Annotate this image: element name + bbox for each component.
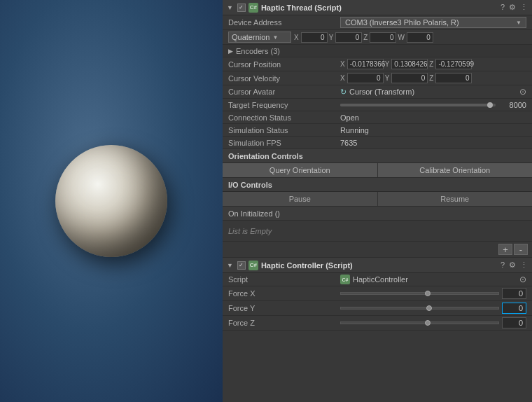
device-address-arrow: ▼ (516, 20, 522, 26)
orientation-buttons-row: Query Orientation Calibrate Orientation (223, 163, 532, 178)
cursor-avatar-value: ↻ Cursor (Transform) ⊙ (340, 87, 526, 97)
haptic-controller-more-icon[interactable]: ⋮ (520, 261, 528, 270)
cp-z-label: Z (429, 60, 433, 68)
haptic-controller-settings-icon[interactable]: ⚙ (509, 261, 516, 270)
quaternion-xyzw: X 0 Y 0 Z 0 W 0 (294, 32, 526, 43)
haptic-thread-icon: C# (248, 3, 258, 13)
cp-y-label: Y (385, 60, 390, 68)
script-label: Script (228, 275, 340, 284)
haptic-controller-checkbox[interactable]: ✓ (237, 261, 246, 270)
device-address-row: Device Address COM3 (Inverse3 Philo Pola… (223, 15, 532, 30)
io-controls-title: I/O Controls (228, 181, 272, 189)
encoders-label: Encoders (3) (236, 47, 280, 55)
force-y-row: Force Y 0 (223, 301, 532, 316)
query-orientation-button[interactable]: Query Orientation (223, 163, 378, 177)
script-target-icon[interactable]: ⊙ (519, 275, 526, 284)
haptic-thread-help-icon[interactable]: ? (500, 3, 505, 12)
io-controls-header: I/O Controls (223, 178, 532, 192)
cursor-velocity-xyz: X 0 Y 0 Z 0 (340, 73, 526, 83)
collapse-arrow-haptic-controller[interactable]: ▼ (227, 262, 233, 269)
q-y-field[interactable]: 0 (335, 32, 362, 43)
haptic-thread-header: ▼ ✓ C# Haptic Thread (Script) ? ⚙ ⋮ (223, 0, 532, 15)
force-x-thumb[interactable] (425, 291, 430, 296)
resume-button[interactable]: Resume (378, 192, 533, 206)
cursor-avatar-icon: ↻ (340, 88, 346, 97)
quaternion-dropdown[interactable]: Quaternion ▼ (228, 32, 291, 43)
simulation-status-value: Running (340, 126, 526, 134)
haptic-thread-header-icons: ? ⚙ ⋮ (500, 3, 528, 12)
cv-y-field[interactable]: 0 (391, 73, 428, 83)
simulation-status-label: Simulation Status (228, 126, 340, 134)
force-y-label: Force Y (228, 304, 340, 312)
connection-status-value: Open (340, 113, 526, 122)
haptic-controller-help-icon[interactable]: ? (500, 261, 505, 270)
cp-y-field[interactable]: 0.1308426 (391, 59, 428, 69)
add-event-button[interactable]: + (498, 244, 512, 255)
force-x-row: Force X 0 (223, 286, 532, 301)
device-address-dropdown[interactable]: COM3 (Inverse3 Philo Polaris, R) ▼ (340, 17, 526, 28)
3d-sphere (55, 145, 167, 257)
cursor-position-label: Cursor Position (228, 60, 340, 69)
q-x-label: X (294, 34, 299, 41)
haptic-controller-header-icons: ? ⚙ ⋮ (500, 261, 528, 270)
force-z-track[interactable] (340, 321, 499, 324)
cv-y-label: Y (385, 74, 390, 82)
haptic-controller-icon: C# (248, 261, 258, 270)
q-z-label: Z (363, 34, 368, 41)
force-z-thumb[interactable] (425, 320, 430, 326)
cv-x-field[interactable]: 0 (347, 73, 384, 83)
3d-viewport[interactable] (0, 0, 223, 402)
cv-x-label: X (340, 74, 345, 82)
force-z-row: Force Z 0 (223, 316, 532, 331)
force-x-track[interactable] (340, 292, 499, 295)
force-y-track[interactable] (340, 307, 499, 310)
list-empty-text: List is Empty (228, 227, 272, 235)
freq-thumb[interactable] (487, 102, 493, 108)
force-y-thumb[interactable] (426, 305, 432, 311)
force-z-label: Force Z (228, 319, 340, 327)
encoders-row[interactable]: ▶ Encoders (3) (223, 45, 532, 57)
force-x-value[interactable]: 0 (502, 288, 526, 299)
force-x-slider[interactable]: 0 (340, 288, 526, 299)
pause-button[interactable]: Pause (223, 192, 378, 206)
freq-track[interactable] (340, 104, 496, 106)
q-x-field[interactable]: 0 (301, 32, 328, 43)
target-frequency-value: 8000 (498, 101, 526, 109)
haptic-controller-title: Haptic Controller (Script) (261, 261, 498, 270)
script-row: Script C# HapticController ⊙ (223, 273, 532, 286)
cv-z-field[interactable]: 0 (435, 73, 472, 83)
force-y-value[interactable]: 0 (502, 303, 526, 314)
cursor-velocity-row: Cursor Velocity X 0 Y 0 Z 0 (223, 71, 532, 85)
q-w-field[interactable]: 0 (407, 32, 433, 43)
simulation-fps-label: Simulation FPS (228, 139, 340, 147)
haptic-thread-title: Haptic Thread (Script) (261, 4, 498, 12)
haptic-thread-settings-icon[interactable]: ⚙ (509, 3, 516, 12)
freq-fill (340, 104, 493, 106)
io-buttons-row: Pause Resume (223, 192, 532, 207)
haptic-controller-header: ▼ ✓ C# Haptic Controller (Script) ? ⚙ ⋮ (223, 258, 532, 273)
cp-x-field[interactable]: -0.0178366 (347, 59, 384, 69)
remove-event-button[interactable]: - (514, 244, 528, 255)
cp-z-field[interactable]: -0.1270599 (435, 59, 472, 69)
script-value: C# HapticController ⊙ (340, 275, 526, 284)
quaternion-arrow: ▼ (272, 34, 278, 41)
simulation-fps-value: 7635 (340, 139, 526, 147)
force-y-slider[interactable]: 0 (340, 303, 526, 314)
target-frequency-slider[interactable]: 8000 (340, 101, 526, 109)
target-frequency-label: Target Frequency (228, 101, 340, 109)
force-z-value[interactable]: 0 (502, 317, 526, 328)
device-address-value: COM3 (Inverse3 Philo Polaris, R) (345, 18, 459, 27)
orientation-controls-header: Orientation Controls (223, 149, 532, 163)
force-x-label: Force X (228, 289, 340, 298)
haptic-thread-more-icon[interactable]: ⋮ (520, 3, 528, 12)
force-z-slider[interactable]: 0 (340, 317, 526, 328)
calibrate-orientation-button[interactable]: Calibrate Orientation (378, 163, 533, 177)
q-z-field[interactable]: 0 (370, 32, 396, 43)
cursor-avatar-text: Cursor (Transform) (349, 88, 414, 96)
collapse-arrow-haptic-thread[interactable]: ▼ (227, 4, 233, 11)
cursor-avatar-select-icon[interactable]: ⊙ (519, 87, 526, 97)
q-y-label: Y (329, 34, 334, 41)
encoders-arrow: ▶ (228, 48, 233, 55)
haptic-thread-checkbox[interactable]: ✓ (237, 4, 246, 12)
script-icon: C# (340, 275, 350, 284)
